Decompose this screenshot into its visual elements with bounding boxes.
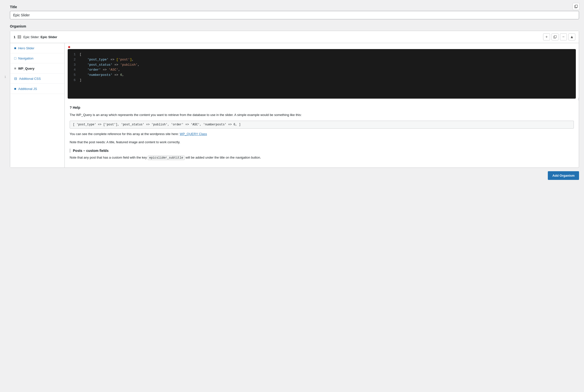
code-line-5: 5 'numberposts' => 6, (72, 72, 572, 78)
code-line-2: 2 'post_type' => ['post'], (72, 57, 572, 62)
help-section: ? Help The WP_Query is an array which re… (65, 102, 579, 168)
nav-item-label: Additional CSS (19, 77, 41, 80)
svg-rect-6 (20, 37, 20, 38)
organism-controls: + − ▲ (543, 34, 575, 40)
wp-query-link[interactable]: WP_QUERY Class (180, 132, 207, 136)
navigation-icon: □ (14, 56, 16, 60)
minus-button[interactable]: − (560, 34, 567, 40)
code-line-3: 3 'post_status' => 'publish', (72, 62, 572, 68)
nav-item-label: WP_Query (18, 67, 35, 70)
wp-query-icon: ≡ (14, 66, 16, 70)
code-badge: epicslider_subtitle (148, 156, 185, 160)
organism-container: 1 Epic Slider: Epic Slider (10, 31, 579, 168)
additional-js-icon: ■ (14, 87, 16, 91)
code-line-1: 1 [ (72, 52, 572, 57)
chevron-up-button[interactable]: ▲ (568, 34, 575, 40)
organism-header-left: 1 Epic Slider: Epic Slider (14, 35, 57, 39)
add-button[interactable]: + (543, 34, 550, 40)
hero-slider-icon: ■ (14, 46, 16, 50)
code-example: [ 'post_type' => ['post'], 'post_status'… (70, 121, 574, 128)
top-right-icon[interactable] (572, 3, 579, 10)
svg-rect-3 (18, 36, 19, 37)
svg-rect-2 (18, 36, 21, 38)
nav-item-label: Navigation (18, 56, 33, 60)
svg-rect-4 (20, 36, 20, 37)
sidebar-nav: ■ Hero Slider □ Navigation ≡ WP_Query ⊟ … (10, 43, 65, 168)
code-line-4: 4 'order' => 'ASC', (72, 68, 572, 72)
svg-rect-5 (18, 37, 19, 38)
svg-rect-1 (575, 5, 577, 8)
help-para1: The WP_Query is an array which represent… (70, 112, 574, 118)
organism-header: 1 Epic Slider: Epic Slider (10, 31, 579, 43)
organism-title: Epic Slider: Epic Slider (23, 35, 57, 39)
help-para2: You can see the complete reference for t… (70, 132, 574, 137)
copy-button[interactable] (551, 34, 558, 40)
nav-item-wp-query[interactable]: ≡ WP_Query (10, 64, 65, 74)
content-area: 1 [ 2 'post_type' => ['post'], 3 (65, 43, 579, 168)
page-wrapper: Title Organism 1 1 (0, 0, 584, 392)
block-icon (17, 35, 21, 39)
help-title: ? Help (70, 106, 574, 110)
nav-item-navigation[interactable]: □ Navigation (10, 53, 65, 64)
add-organism-button[interactable]: Add Organism (548, 171, 579, 180)
title-input[interactable] (10, 11, 579, 19)
svg-rect-8 (554, 36, 556, 38)
red-dot (68, 46, 70, 48)
organism-body: ■ Hero Slider □ Navigation ≡ WP_Query ⊟ … (10, 43, 579, 168)
nav-item-additional-js[interactable]: ■ Additional JS (10, 84, 65, 94)
code-line-6: 6 ] (72, 78, 572, 83)
nav-item-label: Hero Slider (18, 46, 34, 50)
outer-line-number: 1 (5, 75, 6, 78)
code-editor[interactable]: 1 [ 2 'post_type' => ['post'], 3 (68, 49, 576, 98)
help-para3: Note that the post needs: A title, featu… (70, 140, 574, 145)
nav-item-label: Additional JS (18, 87, 37, 91)
nav-item-additional-css[interactable]: ⊟ Additional CSS (10, 74, 65, 84)
help-para4: Note that any post that has a custom fie… (70, 155, 574, 160)
additional-css-icon: ⊟ (14, 76, 17, 80)
section-heading: Posts – custom fields (70, 149, 574, 153)
title-label: Title (10, 5, 579, 9)
organism-number: 1 (14, 35, 15, 39)
nav-item-hero-slider[interactable]: ■ Hero Slider (10, 43, 65, 53)
title-section: Title (10, 5, 579, 24)
bottom-bar: Add Organism (10, 168, 579, 180)
organism-label: Organism (10, 24, 579, 28)
